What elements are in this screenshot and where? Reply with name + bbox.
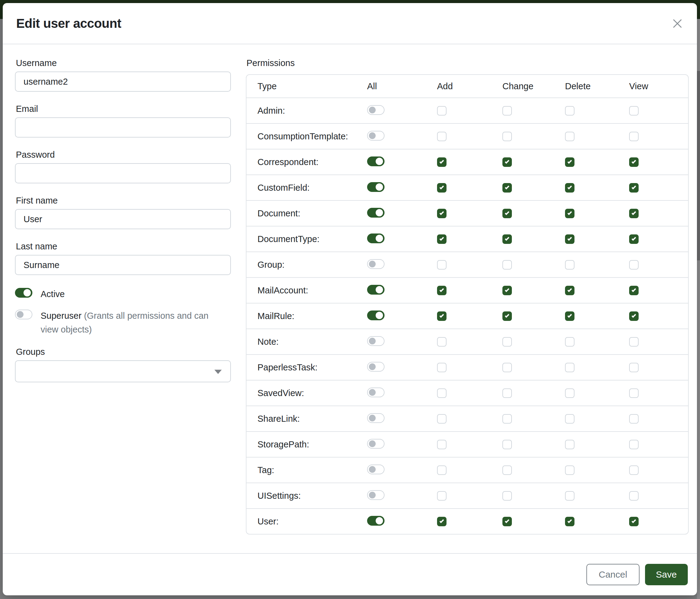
permission-change-checkbox[interactable] (502, 414, 512, 424)
permission-change-checkbox[interactable] (502, 286, 512, 295)
permission-delete-checkbox[interactable] (565, 388, 574, 398)
permission-change-checkbox[interactable] (502, 234, 512, 244)
permission-all-switch[interactable] (367, 285, 384, 295)
permission-add-checkbox[interactable] (437, 183, 447, 193)
permission-change-checkbox[interactable] (502, 491, 512, 501)
permission-delete-checkbox[interactable] (565, 158, 574, 167)
permission-view-checkbox[interactable] (629, 517, 639, 526)
superuser-switch[interactable] (15, 310, 32, 319)
save-button[interactable]: Save (645, 564, 688, 585)
permission-change-checkbox[interactable] (502, 440, 512, 449)
permission-view-checkbox[interactable] (629, 158, 639, 167)
permission-view-checkbox[interactable] (629, 234, 639, 244)
permission-delete-checkbox[interactable] (565, 234, 574, 244)
permission-all-switch[interactable] (367, 362, 384, 372)
permission-delete-checkbox[interactable] (565, 286, 574, 295)
permission-all-switch[interactable] (367, 490, 384, 500)
permission-delete-checkbox[interactable] (565, 209, 574, 218)
permission-view-checkbox[interactable] (629, 440, 639, 449)
permission-all-switch[interactable] (367, 387, 384, 397)
permission-row: Admin: (247, 97, 688, 123)
permission-all-switch[interactable] (367, 259, 384, 269)
permission-all-switch[interactable] (367, 311, 384, 320)
permission-change-checkbox[interactable] (502, 260, 512, 269)
last-name-input[interactable] (15, 255, 231, 275)
permission-add-checkbox[interactable] (437, 363, 447, 372)
permission-view-checkbox[interactable] (629, 106, 639, 116)
permission-delete-checkbox[interactable] (565, 363, 574, 372)
permission-add-checkbox[interactable] (437, 491, 447, 501)
permission-change-checkbox[interactable] (502, 209, 512, 218)
permission-change-checkbox[interactable] (502, 337, 512, 346)
permission-all-switch[interactable] (367, 182, 384, 192)
permission-all-switch[interactable] (367, 131, 384, 141)
permission-delete-checkbox[interactable] (565, 517, 574, 526)
permission-change-checkbox[interactable] (502, 183, 512, 193)
permission-all-switch[interactable] (367, 464, 384, 474)
permission-change-checkbox[interactable] (502, 132, 512, 141)
permission-change-checkbox[interactable] (502, 311, 512, 321)
permission-change-checkbox[interactable] (502, 106, 512, 116)
permission-add-checkbox[interactable] (437, 260, 447, 269)
email-input[interactable] (15, 117, 231, 138)
permission-delete-checkbox[interactable] (565, 337, 574, 346)
permission-all-switch[interactable] (367, 234, 384, 243)
page-scrollbar[interactable] (697, 19, 700, 599)
permission-add-checkbox[interactable] (437, 517, 447, 526)
active-switch[interactable] (15, 288, 32, 298)
first-name-label: First name (16, 196, 231, 206)
permission-add-checkbox[interactable] (437, 440, 447, 449)
permission-view-checkbox[interactable] (629, 132, 639, 141)
permission-view-checkbox[interactable] (629, 337, 639, 346)
permission-delete-checkbox[interactable] (565, 106, 574, 116)
first-name-input[interactable] (15, 209, 231, 229)
permission-view-checkbox[interactable] (629, 491, 639, 501)
cancel-button[interactable]: Cancel (586, 564, 639, 585)
permission-add-checkbox[interactable] (437, 234, 447, 244)
permission-view-checkbox[interactable] (629, 260, 639, 269)
permission-all-switch[interactable] (367, 336, 384, 346)
permission-view-checkbox[interactable] (629, 183, 639, 193)
permission-add-checkbox[interactable] (437, 106, 447, 116)
permission-view-checkbox[interactable] (629, 465, 639, 475)
permission-all-switch[interactable] (367, 105, 384, 115)
permission-add-checkbox[interactable] (437, 465, 447, 475)
permission-add-checkbox[interactable] (437, 132, 447, 141)
permission-all-switch[interactable] (367, 157, 384, 166)
permission-change-checkbox[interactable] (502, 465, 512, 475)
permission-delete-checkbox[interactable] (565, 260, 574, 269)
permission-add-checkbox[interactable] (437, 158, 447, 167)
permission-view-checkbox[interactable] (629, 414, 639, 424)
groups-select[interactable] (15, 360, 231, 382)
permission-all-switch[interactable] (367, 439, 384, 449)
permission-change-checkbox[interactable] (502, 363, 512, 372)
permission-delete-checkbox[interactable] (565, 311, 574, 321)
permission-delete-checkbox[interactable] (565, 414, 574, 424)
permission-change-checkbox[interactable] (502, 517, 512, 526)
username-input[interactable] (15, 72, 231, 92)
permission-change-checkbox[interactable] (502, 158, 512, 167)
permission-add-checkbox[interactable] (437, 209, 447, 218)
permission-add-checkbox[interactable] (437, 388, 447, 398)
permission-view-checkbox[interactable] (629, 209, 639, 218)
permission-add-checkbox[interactable] (437, 414, 447, 424)
permission-delete-checkbox[interactable] (565, 465, 574, 475)
permission-delete-checkbox[interactable] (565, 132, 574, 141)
permission-add-checkbox[interactable] (437, 311, 447, 321)
permission-add-checkbox[interactable] (437, 337, 447, 346)
permission-delete-checkbox[interactable] (565, 440, 574, 449)
permission-delete-checkbox[interactable] (565, 491, 574, 501)
close-button[interactable] (671, 17, 684, 30)
password-input[interactable] (15, 163, 231, 183)
permission-add-checkbox[interactable] (437, 286, 447, 295)
permission-all-switch[interactable] (367, 413, 384, 423)
permission-view-checkbox[interactable] (629, 388, 639, 398)
permission-view-checkbox[interactable] (629, 363, 639, 372)
permission-all-switch[interactable] (367, 208, 384, 218)
permission-view-checkbox[interactable] (629, 311, 639, 321)
permission-change-checkbox[interactable] (502, 388, 512, 398)
permission-view-checkbox[interactable] (629, 286, 639, 295)
page-scrollbar-thumb[interactable] (697, 71, 700, 260)
permission-all-switch[interactable] (367, 516, 384, 526)
permission-delete-checkbox[interactable] (565, 183, 574, 193)
